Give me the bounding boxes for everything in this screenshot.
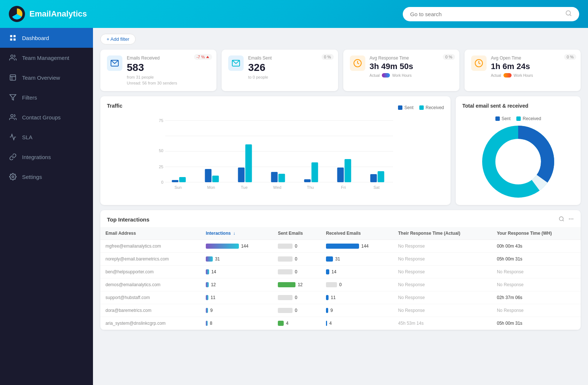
cell-received: 31 [321, 252, 393, 265]
sidebar-item-sla[interactable]: SLA [0, 127, 93, 147]
donut-area: Sent Received [462, 113, 574, 198]
table-row: dora@baremetrics.com909No ResponseNo Res… [100, 304, 581, 317]
svg-text:25: 25 [159, 165, 163, 169]
avg-open-toggle: Actual Work Hours [491, 73, 574, 78]
table-row: noreply@email.baremetrics.com31031No Res… [100, 252, 581, 265]
app-title: EmailAnalytics [29, 9, 87, 19]
sidebar-item-team-overview[interactable]: Team Overview [0, 68, 93, 87]
add-filter-button[interactable]: + Add filter [100, 34, 136, 44]
svg-rect-42 [337, 168, 344, 182]
table-header: Email Address Interactions ↓ Sent Emails… [100, 227, 581, 240]
svg-line-53 [563, 220, 564, 221]
emails-received-badge: -7 % [194, 54, 212, 60]
emails-sent-info: Emails Sent 326 to 0 people [248, 55, 331, 79]
sla-icon [9, 133, 17, 141]
charts-row: Traffic Sent Received [100, 96, 581, 205]
sidebar-item-integrations[interactable]: Integrations [0, 147, 93, 167]
cell-sent: 0 [273, 291, 321, 304]
svg-rect-33 [238, 168, 245, 182]
emails-sent-value: 326 [248, 62, 331, 73]
svg-rect-4 [10, 39, 12, 41]
stat-card-avg-response: Avg Response Time 3h 49m 50s Actual Work… [343, 50, 459, 91]
cell-email: aria_system@dnslinkcgrp.com [100, 317, 201, 330]
svg-rect-40 [312, 162, 318, 182]
cell-interactions: 9 [201, 304, 273, 317]
svg-point-11 [11, 115, 13, 117]
cell-received: 4 [321, 317, 393, 330]
svg-text:50: 50 [159, 148, 163, 153]
badge-value: 0 % [324, 55, 331, 59]
header: EmailAnalytics [0, 0, 588, 28]
svg-rect-7 [10, 75, 16, 80]
legend-received-label: Received [426, 105, 444, 110]
sidebar-item-dashboard[interactable]: Dashboard [0, 28, 93, 48]
sidebar: Dashboard Team Management Team Overview … [0, 28, 93, 385]
cell-interactions: 11 [201, 291, 273, 304]
svg-text:Fri: Fri [341, 185, 346, 190]
cell-your-response: No Response [492, 265, 581, 278]
svg-line-1 [570, 14, 571, 15]
svg-text:Tue: Tue [241, 185, 248, 190]
add-filter-label: + Add filter [107, 36, 129, 42]
stat-cards: Emails Received 583 from 31 people Unrea… [100, 50, 581, 91]
col-email: Email Address [100, 227, 201, 240]
emails-received-value: 583 [127, 62, 210, 73]
svg-point-56 [573, 219, 573, 219]
donut-sent-label: Sent [502, 116, 511, 121]
traffic-chart-legend: Sent Received [398, 105, 444, 110]
cell-received: 11 [321, 291, 393, 304]
sidebar-label-team-management: Team Management [22, 55, 69, 61]
table-title: Top Interactions [107, 216, 150, 223]
svg-rect-45 [370, 174, 377, 182]
avg-open-info: Avg Open Time 1h 6m 24s Actual Work Hour… [491, 55, 574, 78]
cell-sent: 4 [273, 317, 321, 330]
sidebar-item-settings[interactable]: Settings [0, 167, 93, 187]
cell-interactions: 31 [201, 252, 273, 265]
cell-your-response: No Response [492, 304, 581, 317]
table-scroll: Email Address Interactions ↓ Sent Emails… [100, 227, 581, 330]
cell-email: demos@emailanalytics.com [100, 278, 201, 291]
col-their-response: Their Response Time (Actual) [393, 227, 492, 240]
emails-received-info: Emails Received 583 from 31 people Unrea… [127, 55, 210, 85]
svg-rect-27 [172, 180, 179, 182]
cell-sent: 0 [273, 304, 321, 317]
table-search-icon[interactable] [559, 216, 564, 223]
cell-sent: 12 [273, 278, 321, 291]
legend-received: Received [419, 105, 444, 110]
table-row: mgfree@emailanalytics.com1440144No Respo… [100, 240, 581, 252]
avg-open-icon-wrap [471, 55, 487, 71]
table-actions [559, 216, 574, 223]
dashboard-icon [9, 34, 17, 42]
legend-sent-label: Sent [404, 105, 413, 110]
donut-svg [481, 125, 555, 198]
team-overview-icon [9, 73, 17, 82]
cell-received: 14 [321, 265, 393, 278]
table-more-icon[interactable] [568, 216, 574, 223]
svg-text:Sat: Sat [373, 185, 380, 190]
svg-text:Mon: Mon [207, 185, 215, 190]
svg-point-54 [569, 219, 570, 219]
cell-sent: 0 [273, 240, 321, 252]
svg-marker-14 [206, 56, 209, 58]
actual-label: Actual [491, 73, 501, 78]
cell-their-response: No Response [393, 240, 492, 252]
cell-your-response: 00h 00m 43s [492, 240, 581, 252]
cell-received: 9 [321, 304, 393, 317]
svg-point-52 [559, 217, 563, 221]
bar-chart-area: 75 50 25 0 Sun Mon [107, 117, 444, 190]
search-icon [565, 10, 572, 18]
emails-sent-icon-wrap [228, 55, 244, 71]
svg-rect-37 [279, 174, 285, 182]
sidebar-item-contact-groups[interactable]: Contact Groups [0, 107, 93, 127]
emails-received-icon-wrap [107, 55, 122, 71]
search-bar[interactable] [403, 7, 579, 21]
sidebar-item-team-management[interactable]: Team Management [0, 48, 93, 68]
integrations-icon [9, 153, 17, 161]
cell-interactions: 14 [201, 265, 273, 278]
add-filter-bar: + Add filter [100, 34, 581, 44]
svg-rect-46 [378, 171, 384, 182]
search-input[interactable] [410, 11, 562, 17]
sidebar-item-filters[interactable]: Filters [0, 87, 93, 107]
svg-rect-2 [10, 35, 12, 37]
col-interactions[interactable]: Interactions ↓ [201, 227, 273, 240]
